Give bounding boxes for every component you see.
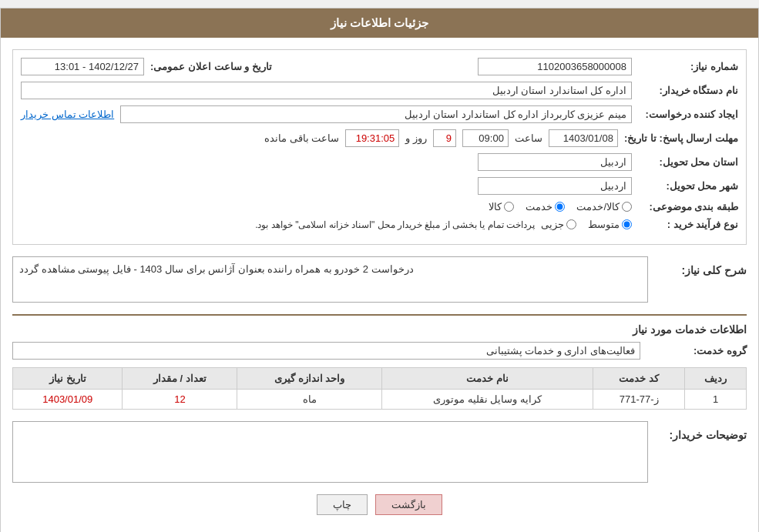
deadline-label: مهلت ارسال پاسخ: تا تاریخ:: [624, 132, 738, 144]
radio-khadamat: خدمت: [526, 201, 565, 212]
table-header-row: ردیف کد خدمت نام خدمت واحد اندازه گیری ت…: [13, 368, 747, 390]
radio-kala-label: کالا: [489, 201, 502, 212]
service-info-section: اطلاعات خدمات مورد نیاز گروه خدمت: فعالی…: [12, 323, 747, 360]
announce-value: 1402/12/27 - 13:01: [21, 58, 144, 75]
buyer-desc-box: [12, 421, 648, 483]
row-deadline: مهلت ارسال پاسخ: تا تاریخ: 1403/01/08 سا…: [21, 129, 738, 147]
radio-khadamat-input[interactable]: [555, 202, 565, 212]
service-group-row: گروه خدمت: فعالیت‌های اداری و خدمات پشتی…: [12, 342, 747, 360]
radio-kala-khadamat: کالا/خدمت: [576, 201, 632, 212]
radio-motavasset-label: متوسط: [588, 219, 620, 230]
deadline-remaining-label: ساعت باقی مانده: [264, 132, 339, 144]
contact-link[interactable]: اطلاعات تماس خریدار: [21, 109, 114, 120]
service-group-value: فعالیت‌های اداری و خدمات پشتیبانی: [12, 342, 640, 360]
row-purchase-type: نوع فرآیند خرید : متوسط جزیی پرداخت تمام…: [21, 219, 738, 230]
buttons-row: بازگشت چاپ: [12, 494, 747, 527]
deadline-time-label: ساعت: [515, 132, 542, 144]
row-category: طبقه بندی موضوعی: کالا/خدمت خدمت کالا: [21, 201, 738, 212]
deadline-days: 9: [433, 129, 456, 147]
radio-kala: کالا: [489, 201, 514, 212]
row-province: استان محل تحویل: اردبیل: [21, 153, 738, 171]
print-button[interactable]: چاپ: [317, 494, 368, 515]
buyer-desc-section: توضیحات خریدار:: [12, 421, 747, 483]
th-name: نام خدمت: [382, 368, 593, 390]
service-table: ردیف کد خدمت نام خدمت واحد اندازه گیری ت…: [12, 367, 747, 410]
description-section: شرح کلی نیاز: درخواست 2 خودرو به همراه ر…: [12, 256, 747, 303]
category-radios: کالا/خدمت خدمت کالا: [489, 201, 632, 212]
row-creator: ایجاد کننده درخواست: مینم عزیزی کاربرداز…: [21, 105, 738, 123]
radio-motavasset-input[interactable]: [622, 219, 632, 229]
need-number-label: شماره نیاز:: [638, 61, 738, 72]
th-date: تاریخ نیاز: [13, 368, 123, 390]
info-section: شماره نیاز: 1102003658000008 تاریخ و ساع…: [12, 49, 747, 245]
page-header: جزئیات اطلاعات نیاز: [1, 8, 758, 38]
th-code: کد خدمت: [593, 368, 685, 390]
org-value: اداره کل استاندارد استان اردبیل: [21, 82, 632, 99]
deadline-date: 1403/01/08: [549, 129, 618, 147]
province-value: اردبیل: [478, 153, 632, 171]
purchase-note: پرداخت تمام یا بخشی از مبلغ خریدار محل "…: [255, 219, 535, 230]
row-org: نام دستگاه خریدار: اداره کل استاندارد اس…: [21, 82, 738, 99]
table-row: 1ز-77-771کرایه وسایل نقلیه موتوریماه1214…: [13, 390, 747, 410]
need-number-value: 1102003658000008: [478, 58, 632, 75]
description-box: درخواست 2 خودرو به همراه راننده بعنوان آ…: [12, 256, 648, 303]
td-1: ز-77-771: [593, 390, 685, 410]
category-label: طبقه بندی موضوعی:: [638, 201, 738, 212]
description-text: درخواست 2 خودرو به همراه راننده بعنوان آ…: [19, 263, 414, 275]
buyer-desc-label: توضیحات خریدار:: [654, 429, 747, 441]
back-button[interactable]: بازگشت: [375, 494, 442, 515]
creator-label: ایجاد کننده درخواست:: [638, 109, 738, 120]
td-0: 1: [685, 390, 747, 410]
creator-value: مینم عزیزی کاربرداز اداره کل استاندارد ا…: [120, 105, 632, 123]
purchase-type-radios: متوسط جزیی: [541, 219, 632, 230]
th-row: ردیف: [685, 368, 747, 390]
service-section-title: اطلاعات خدمات مورد نیاز: [12, 323, 747, 336]
service-group-label: گروه خدمت:: [646, 345, 747, 356]
deadline-day-label: روز و: [405, 132, 427, 144]
row-need-number: شماره نیاز: 1102003658000008 تاریخ و ساع…: [21, 58, 738, 75]
td-4: 12: [123, 390, 237, 410]
announce-label: تاریخ و ساعت اعلان عمومی:: [150, 61, 272, 72]
radio-jazzi-input[interactable]: [566, 219, 576, 229]
radio-kala-input[interactable]: [504, 202, 514, 212]
city-value: اردبیل: [478, 177, 632, 195]
th-unit: واحد اندازه گیری: [237, 368, 382, 390]
radio-jazzi-label: جزیی: [541, 219, 564, 230]
org-label: نام دستگاه خریدار:: [638, 85, 738, 96]
td-3: ماه: [237, 390, 382, 410]
radio-khadamat-label: خدمت: [526, 201, 552, 212]
th-quantity: تعداد / مقدار: [123, 368, 237, 390]
deadline-remaining: 19:31:05: [345, 129, 399, 147]
province-label: استان محل تحویل:: [638, 156, 738, 168]
td-2: کرایه وسایل نقلیه موتوری: [382, 390, 593, 410]
divider: [12, 314, 747, 316]
radio-kala-khadamat-input[interactable]: [622, 202, 632, 212]
deadline-time: 09:00: [462, 129, 509, 147]
city-label: شهر محل تحویل:: [638, 180, 738, 192]
purchase-type-label: نوع فرآیند خرید :: [638, 219, 738, 230]
radio-jazzi: جزیی: [541, 219, 576, 230]
description-title: شرح کلی نیاز:: [654, 264, 747, 276]
td-5: 1403/01/09: [13, 390, 123, 410]
table-section: ردیف کد خدمت نام خدمت واحد اندازه گیری ت…: [12, 367, 747, 410]
row-city: شهر محل تحویل: اردبیل: [21, 177, 738, 195]
radio-kala-khadamat-label: کالا/خدمت: [576, 201, 620, 212]
radio-motavasset: متوسط: [588, 219, 632, 230]
